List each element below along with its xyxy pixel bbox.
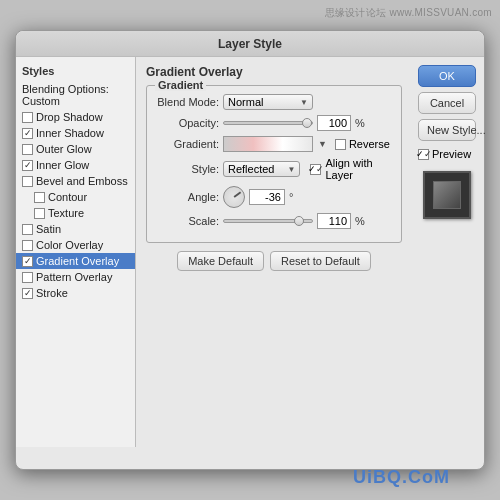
preview-label: Preview xyxy=(432,148,471,160)
blend-mode-arrow: ▼ xyxy=(300,98,308,107)
texture-checkbox[interactable] xyxy=(34,208,45,219)
opacity-row: Opacity: % xyxy=(157,115,391,131)
style-arrow: ▼ xyxy=(288,165,296,174)
sidebar-item-drop-shadow[interactable]: Drop Shadow xyxy=(16,109,135,125)
sidebar-item-contour[interactable]: Contour xyxy=(16,189,135,205)
sidebar-item-inner-shadow[interactable]: Inner Shadow xyxy=(16,125,135,141)
scale-slider[interactable] xyxy=(223,219,313,223)
sidebar-item-gradient-overlay[interactable]: Gradient Overlay xyxy=(16,253,135,269)
gradient-arrow[interactable]: ▼ xyxy=(318,139,327,149)
scale-unit: % xyxy=(355,215,365,227)
angle-input[interactable] xyxy=(249,189,285,205)
sidebar-item-label: Stroke xyxy=(36,287,68,299)
preview-row: ✓ Preview xyxy=(418,148,476,160)
sidebar-item-texture[interactable]: Texture xyxy=(16,205,135,221)
inner-glow-checkbox[interactable] xyxy=(22,160,33,171)
section-title: Gradient Overlay xyxy=(146,65,402,79)
opacity-slider[interactable] xyxy=(223,121,313,125)
sidebar-item-color-overlay[interactable]: Color Overlay xyxy=(16,237,135,253)
opacity-unit: % xyxy=(355,117,365,129)
right-button-panel: OK Cancel New Style... ✓ Preview xyxy=(412,57,484,447)
blend-mode-label: Blend Mode: xyxy=(157,96,219,108)
gradient-preview[interactable] xyxy=(223,136,313,152)
gradient-overlay-checkbox[interactable] xyxy=(22,256,33,267)
angle-row: Angle: ° xyxy=(157,186,391,208)
scale-label: Scale: xyxy=(157,215,219,227)
sidebar-item-satin[interactable]: Satin xyxy=(16,221,135,237)
blend-mode-row: Blend Mode: Normal ▼ xyxy=(157,94,391,110)
reverse-label: Reverse xyxy=(349,138,390,150)
gradient-group-label: Gradient xyxy=(155,79,206,91)
sidebar-item-label: Inner Shadow xyxy=(36,127,104,139)
new-style-button[interactable]: New Style... xyxy=(418,119,476,141)
sidebar-item-blending[interactable]: Blending Options: Custom xyxy=(16,81,135,109)
stroke-checkbox[interactable] xyxy=(22,288,33,299)
contour-checkbox[interactable] xyxy=(34,192,45,203)
reverse-row: Reverse xyxy=(335,138,390,150)
preview-box xyxy=(423,171,471,219)
sidebar-item-label: Bevel and Emboss xyxy=(36,175,128,187)
sidebar-item-label: Gradient Overlay xyxy=(36,255,119,267)
sidebar-item-label: Texture xyxy=(48,207,84,219)
dialog-body: Styles Blending Options: Custom Drop Sha… xyxy=(16,57,484,447)
style-label: Style: xyxy=(157,163,219,175)
sidebar-item-label: Color Overlay xyxy=(36,239,103,251)
sidebar-item-label: Drop Shadow xyxy=(36,111,103,123)
watermark-top: 思缘设计论坛 www.MISSVUAN.com xyxy=(325,6,492,20)
gradient-group: Gradient Blend Mode: Normal ▼ Opacity: xyxy=(146,85,402,243)
sidebar-item-outer-glow[interactable]: Outer Glow xyxy=(16,141,135,157)
blend-mode-select[interactable]: Normal ▼ xyxy=(223,94,313,110)
cancel-button[interactable]: Cancel xyxy=(418,92,476,114)
angle-unit: ° xyxy=(289,191,293,203)
satin-checkbox[interactable] xyxy=(22,224,33,235)
layer-style-dialog: Layer Style Styles Blending Options: Cus… xyxy=(15,30,485,470)
pattern-overlay-checkbox[interactable] xyxy=(22,272,33,283)
sidebar-item-bevel[interactable]: Bevel and Emboss xyxy=(16,173,135,189)
default-button-row: Make Default Reset to Default xyxy=(146,251,402,271)
sidebar-item-label: Blending Options: Custom xyxy=(22,83,129,107)
angle-label: Angle: xyxy=(157,191,219,203)
gradient-row: Gradient: ▼ Reverse xyxy=(157,136,391,152)
reset-default-button[interactable]: Reset to Default xyxy=(270,251,371,271)
watermark-bottom: UiBQ.CoM xyxy=(353,467,450,488)
align-layer-label: Align with Layer xyxy=(325,157,391,181)
sidebar-item-label: Contour xyxy=(48,191,87,203)
sidebar-item-label: Pattern Overlay xyxy=(36,271,112,283)
scale-input[interactable] xyxy=(317,213,351,229)
sidebar-item-label: Inner Glow xyxy=(36,159,89,171)
scale-row: Scale: % xyxy=(157,213,391,229)
gradient-label: Gradient: xyxy=(157,138,219,150)
style-row: Style: Reflected ▼ ✓ Align with Layer xyxy=(157,157,391,181)
opacity-label: Opacity: xyxy=(157,117,219,129)
style-select[interactable]: Reflected ▼ xyxy=(223,161,300,177)
opacity-thumb[interactable] xyxy=(302,118,312,128)
color-overlay-checkbox[interactable] xyxy=(22,240,33,251)
styles-sidebar: Styles Blending Options: Custom Drop Sha… xyxy=(16,57,136,447)
scale-thumb[interactable] xyxy=(294,216,304,226)
opacity-input[interactable] xyxy=(317,115,351,131)
preview-checkbox[interactable]: ✓ xyxy=(418,149,429,160)
sidebar-item-label: Satin xyxy=(36,223,61,235)
dial-line xyxy=(234,192,241,198)
main-panel: Gradient Overlay Gradient Blend Mode: No… xyxy=(136,57,412,447)
dialog-title: Layer Style xyxy=(16,31,484,57)
ok-button[interactable]: OK xyxy=(418,65,476,87)
sidebar-item-stroke[interactable]: Stroke xyxy=(16,285,135,301)
sidebar-item-inner-glow[interactable]: Inner Glow xyxy=(16,157,135,173)
bevel-checkbox[interactable] xyxy=(22,176,33,187)
angle-dial[interactable] xyxy=(223,186,245,208)
make-default-button[interactable]: Make Default xyxy=(177,251,264,271)
drop-shadow-checkbox[interactable] xyxy=(22,112,33,123)
sidebar-item-label: Outer Glow xyxy=(36,143,92,155)
preview-inner xyxy=(433,181,461,209)
outer-glow-checkbox[interactable] xyxy=(22,144,33,155)
align-layer-checkbox[interactable]: ✓ xyxy=(310,164,321,175)
reverse-checkbox[interactable] xyxy=(335,139,346,150)
sidebar-item-pattern-overlay[interactable]: Pattern Overlay xyxy=(16,269,135,285)
inner-shadow-checkbox[interactable] xyxy=(22,128,33,139)
sidebar-title: Styles xyxy=(16,63,135,81)
